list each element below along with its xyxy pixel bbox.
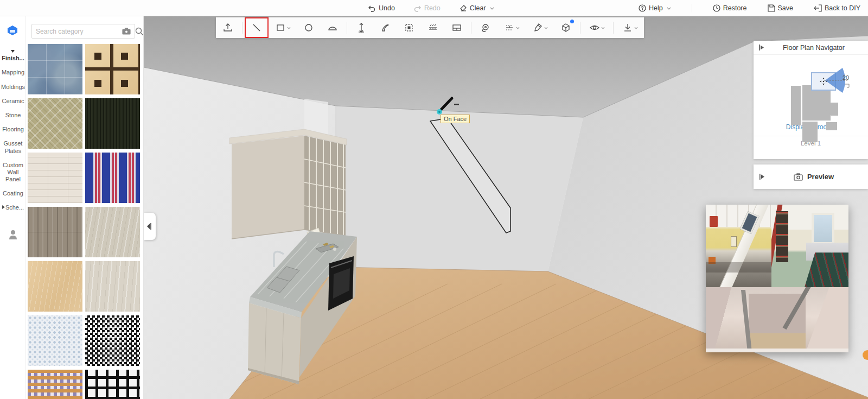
search-box[interactable] <box>31 24 135 39</box>
collapse-left-icon <box>147 223 152 230</box>
category-label: Stone <box>5 112 21 118</box>
panel-split-tool[interactable] <box>445 17 469 38</box>
swatch-pale-wood[interactable] <box>85 261 140 312</box>
rectangle-tool[interactable] <box>269 17 297 38</box>
photo-kitchen-area <box>706 205 771 287</box>
minimap-room[interactable] <box>802 122 818 142</box>
caret-right-icon <box>2 205 5 209</box>
circle-tool[interactable] <box>297 17 321 38</box>
swatch-blue-dot-lattice[interactable] <box>28 315 82 366</box>
floor-plan-navigator: Floor Plan Navigator 20 Display all room… <box>754 41 868 159</box>
clear-button[interactable]: Clear <box>459 4 494 12</box>
chevron-down-icon <box>601 27 605 29</box>
swatch-light-oak[interactable] <box>28 261 82 312</box>
sidebar-category-schemes[interactable]: Sche... <box>0 204 26 211</box>
tape-measure-icon <box>480 22 491 33</box>
search-input[interactable] <box>36 28 120 35</box>
sidebar-category-finish[interactable]: Finish... <box>0 48 26 62</box>
chevron-down-icon <box>667 7 671 10</box>
chevron-down-icon <box>490 7 494 10</box>
swatch-bw-mosaic-check[interactable] <box>85 315 140 366</box>
minimap-room[interactable] <box>826 122 837 130</box>
sweep-curve-tool[interactable] <box>373 17 397 38</box>
paint-tool[interactable] <box>526 17 554 38</box>
tape-measure-tool[interactable] <box>474 17 497 38</box>
reference-photo-room <box>706 205 848 287</box>
marquee-select-tool[interactable] <box>397 17 421 38</box>
camera-search-icon[interactable] <box>122 28 131 35</box>
swatch-olive-diamond-fabric[interactable] <box>28 98 82 149</box>
swatch-dark-pinstripe[interactable] <box>85 98 140 149</box>
hatch-tool[interactable] <box>421 17 445 38</box>
save-icon <box>768 4 775 12</box>
sidebar-category-mapping[interactable]: Mapping <box>0 69 26 76</box>
floor-plan-minimap[interactable]: 20 <box>754 55 868 121</box>
undo-button[interactable]: Undo <box>368 4 395 12</box>
rectangle-icon <box>275 22 286 33</box>
sidebar-category-stone[interactable]: Stone <box>0 112 26 119</box>
panel-collapse-icon[interactable] <box>759 174 765 180</box>
reference-photo-inset[interactable] <box>706 205 848 352</box>
redo-button[interactable]: Redo <box>413 4 441 12</box>
line-icon <box>251 22 262 33</box>
toolbar-divider <box>242 22 242 34</box>
swatch-multicolor-mosaic[interactable] <box>28 370 82 399</box>
eraser-icon <box>459 4 467 12</box>
catalog-logo-icon[interactable] <box>6 25 19 38</box>
draw-toolbar <box>216 17 644 38</box>
elevation-icon <box>504 22 515 33</box>
move-axis-tool[interactable] <box>349 17 373 38</box>
swatch-gray-wood-plank[interactable] <box>28 207 82 257</box>
help-icon <box>639 4 646 12</box>
undo-icon <box>368 5 376 12</box>
back-to-diy-button[interactable]: Back to DIY <box>814 4 860 12</box>
clock-icon <box>713 4 720 12</box>
toolbar-divider <box>347 22 347 34</box>
search-submit-button[interactable] <box>135 27 144 36</box>
category-label: Custom Wall Panel <box>3 162 23 182</box>
preview-button[interactable]: Preview <box>765 173 863 181</box>
swatch-whitewashed-plank[interactable] <box>28 153 82 203</box>
swatch-beige-tile-dark-inset[interactable] <box>85 44 140 94</box>
sidebar-category-coating[interactable]: Coating <box>0 190 26 197</box>
category-label: Moldings <box>1 84 25 90</box>
category-list: Finish... Mapping Moldings Ceramic Stone… <box>0 48 26 212</box>
line-tool[interactable] <box>245 17 269 38</box>
panel-split-icon <box>451 22 462 33</box>
elevation-tool[interactable] <box>497 17 526 38</box>
photo-bedroom-area <box>771 205 848 287</box>
swatch-grid <box>28 44 143 399</box>
back-to-diy-label: Back to DIY <box>825 4 860 12</box>
sidebar-category-custom-wall-panel[interactable]: Custom Wall Panel <box>0 162 26 183</box>
minimap-room[interactable] <box>791 86 801 125</box>
sidebar-category-gusset-plates[interactable]: Gusset Plates <box>0 140 26 154</box>
help-button[interactable]: Help <box>639 4 671 12</box>
eye-icon <box>589 22 600 33</box>
upload-tool[interactable] <box>216 17 240 38</box>
download-tool[interactable] <box>616 17 644 38</box>
swatch-blue-stone-tile[interactable] <box>28 44 82 94</box>
undo-label: Undo <box>379 4 395 12</box>
restore-button[interactable]: Restore <box>713 4 747 12</box>
top-menubar: Undo Redo Clear Help Restore Save Bac <box>0 0 868 16</box>
panel-collapse-icon[interactable] <box>758 45 764 50</box>
sidebar-category-ceramic[interactable]: Ceramic <box>0 98 26 105</box>
sidebar-collapse-handle[interactable] <box>144 213 156 240</box>
swatch-light-travertine[interactable] <box>85 207 140 257</box>
visibility-tool[interactable] <box>583 17 611 38</box>
swatch-red-blue-stripe[interactable] <box>85 153 140 203</box>
toolbar-divider <box>471 22 471 34</box>
category-label: Ceramic <box>2 98 24 104</box>
caret-down-icon <box>11 50 15 53</box>
topbar-divider <box>692 4 692 12</box>
user-avatar-icon[interactable] <box>8 229 18 242</box>
sidebar-category-flooring[interactable]: Flooring <box>0 126 26 133</box>
sidebar-category-moldings[interactable]: Moldings <box>0 84 26 91</box>
swatch-greek-key[interactable] <box>85 370 140 399</box>
chevron-down-icon <box>634 27 638 29</box>
save-button[interactable]: Save <box>768 4 794 12</box>
cube-3d-tool[interactable] <box>554 17 578 38</box>
arc-tool[interactable] <box>321 17 344 38</box>
marquee-icon <box>404 22 414 33</box>
left-rail: Finish... Mapping Moldings Ceramic Stone… <box>0 16 26 399</box>
